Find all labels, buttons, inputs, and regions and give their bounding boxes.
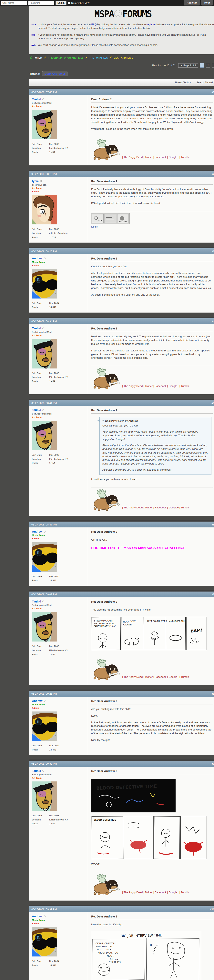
post-number-link[interactable]: #2 [212,172,214,175]
login-button[interactable]: Log in [56,1,67,5]
username-link[interactable]: Tauhid [32,98,41,101]
text-link[interactable]: Twitter [145,891,153,894]
user-info-row: Join Date:Mar 2008 [32,814,85,818]
text-link[interactable]: Google+ [168,506,179,509]
help-button[interactable]: Help [201,0,213,5]
text-link[interactable]: Facebook [155,385,166,388]
post-number-link[interactable]: #4 [212,320,214,323]
breadcrumb-home[interactable]: FORUM [30,56,42,60]
info-label: Posts: [32,748,49,752]
text-link[interactable]: The Angry Dead [124,506,143,509]
post-number-link[interactable]: #3 [212,250,214,253]
username-link[interactable]: Andrew [32,257,42,260]
tumblr-link[interactable]: tumblr [91,225,212,228]
remember-me-checkbox[interactable] [68,2,70,4]
text-link[interactable]: Tumblr [181,675,189,678]
register-button[interactable]: Register [184,0,200,5]
username-link[interactable]: Andrew [32,699,42,702]
text-link[interactable]: Tumblr [181,891,189,894]
password-input[interactable] [28,1,54,5]
text-run: | [179,156,181,159]
logo-text-right: FORUMS [122,9,152,19]
text-link[interactable]: The Angry Dead [124,156,143,159]
thread-tools-menu[interactable]: Thread Tools ▾ [174,81,191,84]
title-divider [91,102,212,103]
comic-image[interactable]: BIG JOB INTERVIEW TIME OK BIG JOB INTER-… [91,931,212,980]
search-thread-menu[interactable]: Search Thread ▾ [196,81,214,84]
info-label: Posts: [32,235,49,240]
post-number-link[interactable]: #10 [210,908,214,911]
text-link[interactable]: register [147,23,156,26]
text-link[interactable]: Google+ [168,156,179,159]
user-title-line: Art Team [32,105,85,108]
text-link[interactable]: Google+ [168,385,179,388]
text-link[interactable]: The Angry Dead [124,675,143,678]
page-button-2[interactable]: 2 [206,63,210,68]
info-value: Elizabethtown, KY [49,648,85,652]
post-number-link[interactable]: #1 [212,91,214,94]
text-run: | [166,675,168,678]
info-label: Posts: [32,461,49,465]
text-link[interactable]: Facebook [155,891,166,894]
avatar[interactable]: ♏ [32,542,57,572]
svg-text:HOLY COW!!: HOLY COW!! [123,620,137,623]
text-run: | [143,156,145,159]
text-link[interactable]: Twitter [145,156,153,159]
site-logo[interactable]: MSPA FORUMS [29,8,214,21]
text-link[interactable]: FAQ [91,23,96,26]
avatar[interactable]: ♏ [32,269,57,299]
post-number-link[interactable]: #9 [212,762,214,765]
avatar[interactable] [32,195,57,224]
post-number-link[interactable]: #6 [212,523,214,526]
avatar[interactable] [32,339,57,369]
text-link[interactable]: Twitter [145,385,153,388]
avatar[interactable] [32,612,57,641]
text-link[interactable]: Tumblr [181,156,189,159]
username-link[interactable]: Tauhid [32,769,41,772]
username-link[interactable]: Tauhid [32,409,41,412]
breadcrumb-forum-link[interactable]: FORUM [34,57,42,59]
post-number-link[interactable]: #8 [212,692,214,695]
username-link[interactable]: Andrew [32,530,42,533]
tauhid-avatar-image [32,612,57,641]
text-run: by clicking the link above. You may have… [96,23,146,26]
avatar[interactable] [32,110,57,139]
avatar[interactable] [32,781,57,811]
info-value: 14,341 [49,578,85,582]
text-link[interactable]: Facebook [155,156,166,159]
thread-title-link[interactable]: Dear Andrew 2 [45,72,65,75]
text-link[interactable]: Twitter [145,506,153,509]
text-link[interactable]: Twitter [145,675,153,678]
text-link[interactable]: Google+ [168,675,179,678]
username-link[interactable]: Andrew [32,915,42,918]
text-link[interactable]: Facebook [155,506,166,509]
thread-header: Thread: Dear Andrew 2 [29,70,214,79]
breadcrumb-archives-link[interactable]: THE GRAND FORUM ARCHIVES [48,57,83,59]
username-link[interactable]: Tauhid [32,600,41,603]
avatar[interactable]: ♏ [32,927,57,956]
text-link[interactable]: Tumblr [181,506,189,509]
text-link[interactable]: Facebook [155,675,166,678]
info-value: Elizabethtown, KY [49,457,85,461]
comic-image[interactable]: ​ IF I WORKING CAN'T VERY POPULAR HOW CA… [91,616,212,651]
post-number-link[interactable]: #7 [212,593,214,596]
post-number-link[interactable]: #5 [212,402,214,404]
text-link[interactable]: Tumblr [181,385,189,388]
avatar[interactable] [32,421,57,450]
username-link[interactable]: tynic [32,180,38,183]
page-button-1[interactable]: 1 [200,63,204,68]
text-link[interactable]: The Angry Dead [124,891,143,894]
username-input[interactable] [1,1,27,5]
text-link[interactable]: Google+ [168,891,179,894]
breadcrumb-forafiles-link[interactable]: THE FORAFILES [89,57,108,59]
page-selector-dropdown[interactable]: ▼ Page 1 of 3 [178,63,198,68]
text-link[interactable]: The Angry Dead [124,385,143,388]
page-button-3[interactable]: 3 [212,63,214,68]
info-value: 1,454 [49,150,85,154]
comic-image[interactable]: BLOOD DETECTIVE [91,816,212,860]
username-link[interactable]: Tauhid [32,327,41,330]
comic-image[interactable]: BLOOD DETECTIVE TIME [91,779,212,813]
user-info: Join Date:Mar 2008Location:Elizabethtown… [32,814,85,826]
text-run: As such, I challenge you to a suck-off a… [102,468,171,471]
avatar[interactable]: ♏ [32,711,57,741]
